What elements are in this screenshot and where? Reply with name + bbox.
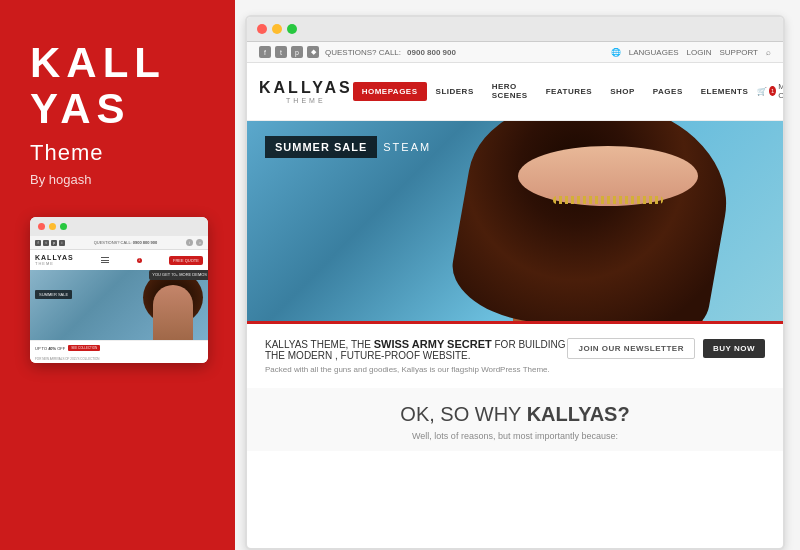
pinterest-icon[interactable]: p: [291, 46, 303, 58]
info-bar-text: KALLYAS THEME, THE SWISS ARMY SECRET FOR…: [265, 338, 567, 374]
right-panel: f t p ◆ QUESTIONS? CALL: 0900 800 900 🌐 …: [235, 0, 800, 550]
hero-summer-sale: SUMMER SALE STEAM: [265, 136, 431, 158]
mini-promo-bar: UP TO 40% OFF SEE COLLECTION: [30, 340, 208, 355]
topbar-login[interactable]: LOGIN: [687, 48, 712, 57]
mini-social-icons: f t p i: [35, 240, 65, 246]
mini-cart-area: 1: [137, 258, 142, 263]
mini-logo: KALLYAS THEME: [35, 254, 74, 266]
nav-elements[interactable]: ELEMENTS: [692, 82, 758, 101]
search-icon[interactable]: ⌕: [766, 48, 771, 57]
browser-dot-green: [287, 24, 297, 34]
globe-icon: 🌐: [611, 48, 621, 57]
why-section: OK, SO WHY KALLYAS? Well, lots of reason…: [247, 388, 783, 451]
mini-small-text: FOR NEW ARRIVALS OF 2015'S COLLECTION: [30, 355, 208, 363]
site-nav-items: HOMEPAGES SLIDERS HERO SCENES FEATURES S…: [353, 77, 758, 105]
topbar-social-icons: f t p ◆: [259, 46, 319, 58]
site-topbar-right: 🌐 LANGUAGES LOGIN SUPPORT ⌕: [611, 48, 771, 57]
mini-you-get-badge: YOU GET 70+ MORE DEMOS: [149, 270, 208, 279]
my-cart-label: MY CART: [778, 82, 783, 100]
site-logo: KALLYAS THEME: [259, 79, 353, 104]
cart-icon: 🛒: [757, 87, 767, 96]
mini-summer-sale: SUMMER SALE: [35, 290, 72, 299]
mini-facebook-icon: f: [35, 240, 41, 246]
browser-dot-red: [257, 24, 267, 34]
mini-browser-content: f t p i QUESTIONS? CALL: 0900 800 900 i …: [30, 236, 208, 363]
topbar-languages[interactable]: LANGUAGES: [629, 48, 679, 57]
site-topbar: f t p ◆ QUESTIONS? CALL: 0900 800 900 🌐 …: [247, 42, 783, 63]
mini-see-collection: SEE COLLECTION: [68, 345, 100, 351]
site-nav-right: 🛒 1 MY CART FREEQUOTE YOU GET70+MOREDEMO…: [757, 69, 783, 114]
mini-icon-1: i: [186, 239, 193, 246]
main-browser-mockup: f t p ◆ QUESTIONS? CALL: 0900 800 900 🌐 …: [245, 15, 785, 550]
buy-now-button[interactable]: BUY NOW: [703, 339, 765, 358]
info-bar-actions: JOIN OUR NEWSLETTER BUY NOW: [567, 338, 765, 359]
logo-text: KALLYAS: [30, 40, 166, 132]
mini-instagram-icon: i: [59, 240, 65, 246]
newsletter-button[interactable]: JOIN OUR NEWSLETTER: [567, 338, 695, 359]
site-hero: SUMMER SALE STEAM UP TO 40% OFF SEE COLL…: [247, 121, 783, 321]
mini-free-quote: FREE QUOTE: [169, 256, 203, 265]
mini-twitter-icon: t: [43, 240, 49, 246]
mini-phone-text: QUESTIONS? CALL: 0900 800 900: [94, 240, 158, 245]
nav-pages[interactable]: PAGES: [644, 82, 692, 101]
why-title: OK, SO WHY KALLYAS?: [265, 403, 765, 426]
twitter-icon[interactable]: t: [275, 46, 287, 58]
mini-pinterest-icon: p: [51, 240, 57, 246]
mini-hamburger-icon: [101, 257, 109, 263]
topbar-phone-number: 0900 800 900: [407, 48, 456, 57]
browser-dot-yellow: [272, 24, 282, 34]
info-bar-sub: Packed with all the guns and goodies, Ka…: [265, 365, 567, 374]
left-panel: KALLYAS Theme By hogash f t p i QUESTION…: [0, 0, 235, 550]
nav-hero-scenes[interactable]: HERO SCENES: [483, 77, 537, 105]
mini-cart-badge: 1: [137, 258, 142, 263]
facebook-icon[interactable]: f: [259, 46, 271, 58]
info-bar-main: KALLYAS THEME, THE SWISS ARMY SECRET FOR…: [265, 338, 567, 361]
info-bar: KALLYAS THEME, THE SWISS ARMY SECRET FOR…: [247, 321, 783, 388]
mini-top-bar: f t p i QUESTIONS? CALL: 0900 800 900 i …: [30, 236, 208, 250]
hero-content: SUMMER SALE STEAM UP TO 40% OFF SEE COLL…: [247, 121, 783, 321]
nav-sliders[interactable]: SLIDERS: [427, 82, 483, 101]
by-label: By hogash: [30, 172, 91, 187]
topbar-phone-label: QUESTIONS? CALL:: [325, 48, 401, 57]
mini-dot-green: [60, 223, 67, 230]
mini-right-icons: i ⌕: [186, 239, 203, 246]
mini-browser-bar: [30, 217, 208, 236]
mini-promo-off: UP TO 40% OFF: [35, 346, 65, 351]
theme-label: Theme: [30, 140, 103, 166]
topbar-support[interactable]: SUPPORT: [719, 48, 758, 57]
summer-sale-steam: STEAM: [383, 141, 431, 153]
browser-titlebar: [247, 17, 783, 42]
site-logo-sub: THEME: [259, 97, 353, 104]
instagram-icon[interactable]: ◆: [307, 46, 319, 58]
summer-sale-box: SUMMER SALE: [265, 136, 377, 158]
mini-nav: KALLYAS THEME 1 FREE QUOTE: [30, 250, 208, 270]
cart-badge: 1: [769, 86, 776, 96]
why-subtitle: Well, lots of reasons, but most importan…: [265, 431, 765, 441]
site-nav: KALLYAS THEME HOMEPAGES SLIDERS HERO SCE…: [247, 63, 783, 121]
site-logo-main: KALLYAS: [259, 79, 353, 97]
nav-homepages[interactable]: HOMEPAGES: [353, 82, 427, 101]
nav-shop[interactable]: SHOP: [601, 82, 644, 101]
mini-icon-2: ⌕: [196, 239, 203, 246]
mini-dot-yellow: [49, 223, 56, 230]
nav-features[interactable]: FEATURES: [537, 82, 602, 101]
browser-body: f t p ◆ QUESTIONS? CALL: 0900 800 900 🌐 …: [247, 42, 783, 548]
nav-cart[interactable]: 🛒 1 MY CART: [757, 82, 783, 100]
mini-dot-red: [38, 223, 45, 230]
mini-browser-preview: f t p i QUESTIONS? CALL: 0900 800 900 i …: [30, 217, 208, 363]
site-topbar-left: f t p ◆ QUESTIONS? CALL: 0900 800 900: [259, 46, 456, 58]
mini-hero-image: SUMMER SALE: [30, 270, 208, 340]
